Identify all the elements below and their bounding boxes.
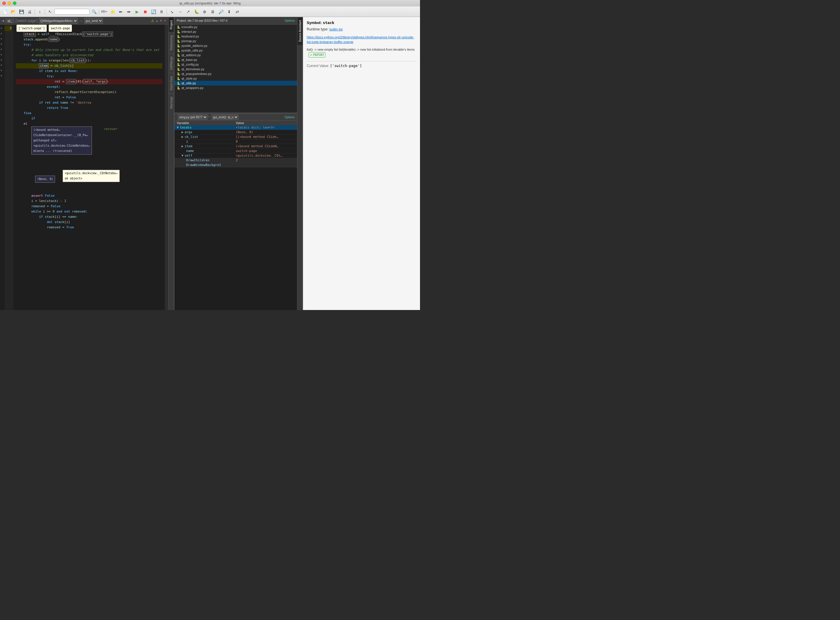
- close-button[interactable]: [2, 2, 6, 5]
- file-item-qt-popupwindows[interactable]: 🐍 qt_popupwindows.py: [174, 71, 297, 76]
- stop-button[interactable]: ⏹: [141, 8, 149, 15]
- method-select[interactable]: gui_emit: [84, 18, 103, 24]
- self-expand[interactable]: ▼: [182, 153, 183, 158]
- left-panel: ◀ qt_ ['switch-page'] QtWidgetAdapterMix…: [0, 17, 168, 310]
- item-expand[interactable]: ▶: [182, 144, 183, 148]
- file-item-qt-style[interactable]: 🐍 qt_style.py: [174, 76, 297, 81]
- restart-button[interactable]: 🔄: [150, 8, 157, 15]
- file-item-iconutils[interactable]: 🐍 iconutils.py: [174, 25, 297, 29]
- download-button[interactable]: ⬇: [225, 8, 233, 15]
- vert-tab-warnings[interactable]: Warnings: [168, 93, 174, 112]
- source-assistant-panel: Symbol: stack Runtime type: builtin list…: [303, 17, 420, 310]
- class-select[interactable]: QtWidgetAdapterMixin: [39, 18, 78, 24]
- monitor-button[interactable]: 🖥: [209, 8, 216, 15]
- new-file-button[interactable]: 📄: [1, 8, 9, 15]
- sync-button[interactable]: ⇄: [234, 8, 241, 15]
- breadcrumb-separator-1: ['switch-page']: [15, 19, 38, 23]
- maximize-button[interactable]: [13, 2, 17, 5]
- stack-sep: *: [207, 116, 210, 119]
- indent-button[interactable]: ↕: [36, 8, 44, 15]
- code-line: i = len(stack) - 1: [16, 199, 162, 204]
- stack-file-select[interactable]: wing.py (pid 8577: [178, 114, 207, 120]
- file-item-qt-itemviews[interactable]: 🐍 qt_itemviews.py: [174, 67, 297, 71]
- cblist-expand[interactable]: ▶: [182, 135, 183, 139]
- file-tab[interactable]: qt_: [5, 18, 14, 23]
- var-row-args[interactable]: ▶args (None, 0): [174, 130, 297, 135]
- file-item-keyboard[interactable]: 🐍 keyboard.py: [174, 34, 297, 39]
- var-row-item[interactable]: ▶item (<bound method CSideN…: [174, 144, 297, 149]
- fold-arrows[interactable]: ▼ ▼ ▼ ▼ ▼ ▼ ▼ ▼: [0, 25, 5, 310]
- docs-link[interactable]: https://docs.python.org/2/library/stdtyp…: [307, 35, 416, 44]
- var-row-locals[interactable]: ▼locals <locals dict; len=7>: [174, 125, 297, 130]
- project-options[interactable]: Options: [285, 19, 295, 22]
- file-item-pyside-utils[interactable]: 🐍 pyside_utils.py: [174, 48, 297, 53]
- bookmark-button[interactable]: ⭐: [108, 8, 116, 15]
- print-button[interactable]: 🖨: [26, 8, 33, 15]
- nav-up-arrow[interactable]: ▲: [155, 19, 158, 22]
- switch-page-label-popup: switch-page: [49, 25, 72, 32]
- file-item-qt-wrappers[interactable]: 🐍 qt_wrappers.py: [174, 86, 297, 90]
- code-line: el: [16, 121, 162, 126]
- runtime-type-link[interactable]: builtin list: [329, 27, 343, 31]
- stack-panel: Variable Value ▼locals <locals dict; len…: [174, 120, 297, 310]
- traffic-lights: [2, 2, 17, 5]
- pause-button[interactable]: ⏸: [158, 8, 165, 15]
- breakpoint-button[interactable]: ⊕: [201, 8, 208, 15]
- search-input[interactable]: [54, 9, 90, 15]
- code-line: stack.append(name): [16, 37, 162, 42]
- var-row-name[interactable]: name switch-page: [174, 149, 297, 153]
- var-row-self[interactable]: ▼self <guiutils.dockview._CQt…: [174, 153, 297, 158]
- vert-tab-stack-data[interactable]: Stack Data: [168, 73, 174, 93]
- file-icon: 🐍: [177, 49, 180, 52]
- file-icon: 🐍: [177, 63, 180, 66]
- stack-method-select[interactable]: gui_emit(): qt_u: [212, 114, 239, 120]
- vert-tab-project[interactable]: Project: [168, 17, 174, 32]
- file-item-qt-base[interactable]: 🐍 qt_base.py: [174, 57, 297, 62]
- zoom-button[interactable]: 🔎: [217, 8, 225, 15]
- code-line: # when handlers are disconnected: [16, 53, 162, 58]
- close-editor-btn[interactable]: ✕: [164, 19, 167, 23]
- file-item-pixmap[interactable]: 🐍 pixmap.py: [174, 39, 297, 43]
- variable-table[interactable]: Variable Value ▼locals <locals dict; len…: [174, 120, 297, 310]
- minimize-button[interactable]: [8, 2, 11, 5]
- nav-prev-button[interactable]: ⬅: [117, 8, 125, 15]
- editor-scrollbar[interactable]: [165, 25, 168, 310]
- file-item-qt-config[interactable]: 🐍 qt_config.py: [174, 62, 297, 67]
- nav-next-button[interactable]: ➡: [125, 8, 132, 15]
- cursor-button[interactable]: ↖: [46, 8, 54, 15]
- pep-badge: ✓ PEP287: [308, 52, 326, 58]
- sa-content: Symbol: stack Runtime type: builtin list…: [303, 17, 420, 310]
- vert-tab-source-assistant[interactable]: Source Assistant: [298, 17, 303, 45]
- step-into-button[interactable]: ↘: [168, 8, 176, 15]
- code-content[interactable]: ['switch-page'] switch-page return False…: [14, 25, 165, 310]
- replace-button[interactable]: AB↵: [101, 8, 108, 15]
- var-row-drawchildren[interactable]: DrawChildren 2: [174, 158, 297, 163]
- code-line: if stack[i] == name:: [16, 214, 162, 220]
- debug-button[interactable]: 🐛: [192, 8, 200, 15]
- var-row-i[interactable]: i 0: [174, 139, 297, 144]
- vert-tab-refactoring[interactable]: Refactoring: [168, 32, 174, 53]
- file-item-qt-utils[interactable]: 🐍 qt_utils.py: [174, 81, 297, 86]
- args-expand[interactable]: ▶: [182, 130, 183, 134]
- locals-expand[interactable]: ▼: [177, 126, 179, 129]
- var-row-cb-list[interactable]: ▶cb_list [(<bound method CSide…: [174, 135, 297, 139]
- vert-tab-diff-merge[interactable]: Diff/Merge: [168, 53, 174, 73]
- run-button[interactable]: ▶: [133, 8, 141, 15]
- nav-back-arrow[interactable]: ◀: [2, 19, 4, 22]
- step-out-button[interactable]: ↗: [184, 8, 192, 15]
- search-go-button[interactable]: 🔍: [90, 8, 98, 15]
- code-editor[interactable]: ▼ ▼ ▼ ▼ ▼ ▼ ▼ ▼: [0, 25, 168, 310]
- divider: [307, 61, 416, 62]
- switch-page-popup: ['switch-page']: [17, 25, 47, 32]
- file-icon: 🐍: [177, 26, 180, 29]
- file-item-interact[interactable]: 🐍 interact.py: [174, 29, 297, 34]
- project-title: Project: ide-7.0s.wpr [5323 files / 437 …: [177, 19, 285, 22]
- file-item-pyside-addons[interactable]: 🐍 pyside_addons.py: [174, 43, 297, 48]
- open-button[interactable]: 📂: [9, 8, 17, 15]
- stack-options[interactable]: Options: [285, 116, 295, 119]
- var-row-drawwindow[interactable]: DrawWindowBackgro1: [174, 163, 297, 167]
- file-item-qt-addons[interactable]: 🐍 qt_addons.py: [174, 53, 297, 57]
- nav-down-arrow[interactable]: ▼: [159, 19, 162, 22]
- step-over-button[interactable]: →: [176, 8, 184, 15]
- save-button[interactable]: 💾: [18, 8, 25, 15]
